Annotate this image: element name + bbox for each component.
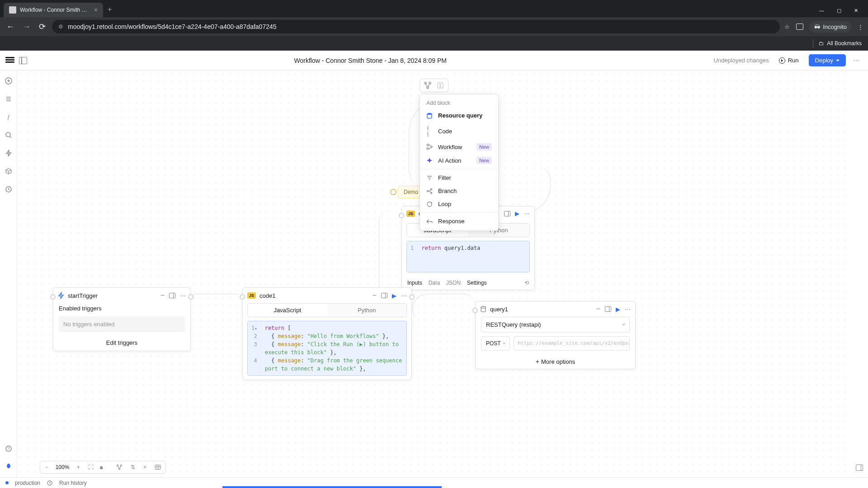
minimize-icon[interactable]: —: [813, 4, 830, 17]
history-icon[interactable]: [5, 185, 13, 193]
more-icon[interactable]: ⋯: [625, 306, 631, 313]
svg-point-10: [427, 113, 432, 115]
list-view-icon[interactable]: [436, 81, 444, 89]
app-logo[interactable]: [5, 57, 14, 64]
help-icon[interactable]: ?: [5, 445, 13, 453]
forward-icon[interactable]: →: [21, 20, 33, 33]
database-icon: [426, 113, 434, 119]
refresh-icon[interactable]: ⟲: [524, 280, 529, 286]
expand-icon[interactable]: [381, 293, 387, 298]
search-icon[interactable]: [5, 131, 13, 139]
fit-screen-icon[interactable]: ⛶: [86, 463, 95, 472]
bookmark-star-icon[interactable]: ☆: [784, 23, 790, 30]
input-port[interactable]: [399, 213, 404, 218]
collapse-icon[interactable]: −: [596, 305, 600, 313]
tab-python[interactable]: Python: [327, 304, 407, 317]
resource-selector[interactable]: RESTQuery (restapi): [481, 317, 630, 333]
input-port[interactable]: [50, 294, 56, 300]
node-name[interactable]: startTrigger: [68, 292, 98, 299]
more-options-button[interactable]: +More options: [476, 354, 635, 369]
deploy-button[interactable]: Deploy: [809, 54, 846, 66]
dd-resource-query[interactable]: Resource query: [420, 109, 498, 122]
triggers-label: Enabled triggers: [53, 303, 190, 314]
browser-menu-icon[interactable]: ⋮: [858, 23, 863, 30]
close-icon[interactable]: ×: [142, 463, 148, 472]
node-name[interactable]: query1: [490, 306, 508, 313]
collapse-icon[interactable]: −: [160, 291, 165, 300]
expand-icon[interactable]: [605, 306, 611, 312]
footer-tab-json[interactable]: JSON: [446, 280, 461, 286]
blocks-list-icon[interactable]: [5, 95, 13, 103]
dd-workflow[interactable]: Workflow New: [420, 140, 498, 154]
rocket-icon[interactable]: [5, 463, 13, 471]
run-history-link[interactable]: Run history: [59, 480, 87, 486]
reload-icon[interactable]: ⟳: [37, 20, 47, 33]
play-icon[interactable]: ▶: [392, 292, 396, 299]
zoom-in-icon[interactable]: +: [75, 463, 82, 472]
layout-icon[interactable]: [114, 463, 124, 472]
footer-tab-settings[interactable]: Settings: [467, 280, 486, 286]
svg-point-16: [431, 192, 432, 193]
more-icon[interactable]: ⋯: [401, 292, 407, 299]
header-more-icon[interactable]: ⋯: [850, 54, 863, 67]
right-panel-icon[interactable]: [856, 465, 863, 471]
package-icon[interactable]: [5, 167, 13, 175]
run-button[interactable]: Run: [774, 54, 804, 66]
more-icon[interactable]: ⋯: [180, 292, 186, 299]
tab-javascript[interactable]: JavaScript: [248, 304, 327, 317]
toggle-sidebar-icon[interactable]: [19, 57, 27, 64]
zoom-input[interactable]: [100, 465, 110, 470]
dd-response[interactable]: Response: [420, 215, 498, 228]
close-window-icon[interactable]: ✕: [848, 4, 864, 17]
graph-view-icon[interactable]: [424, 81, 432, 89]
start-trigger-node: startTrigger − ⋯ Enabled triggers No tri…: [53, 287, 191, 351]
dd-filter[interactable]: Filter: [420, 171, 498, 184]
browser-tab[interactable]: Workflow - Connor Smith Ston ×: [4, 3, 103, 17]
input-port[interactable]: [240, 294, 245, 300]
swap-icon[interactable]: ⇅: [129, 463, 137, 472]
input-port[interactable]: [472, 308, 478, 313]
more-icon[interactable]: ⋯: [524, 210, 530, 217]
new-tab-button[interactable]: +: [103, 2, 116, 17]
back-icon[interactable]: ←: [5, 20, 16, 33]
add-block-icon[interactable]: [5, 77, 13, 85]
expand-icon[interactable]: [504, 211, 510, 216]
maximize-icon[interactable]: ▢: [830, 4, 848, 17]
output-port[interactable]: [188, 294, 193, 300]
svg-point-15: [431, 188, 432, 190]
dd-branch[interactable]: Branch: [420, 184, 498, 197]
branch-icon: [426, 188, 434, 194]
all-bookmarks-link[interactable]: All Bookmarks: [827, 40, 862, 47]
edit-triggers-button[interactable]: Edit triggers: [53, 335, 190, 351]
close-tab-icon[interactable]: ×: [94, 6, 98, 14]
environment-label[interactable]: production: [15, 480, 40, 486]
play-icon[interactable]: ▶: [616, 306, 620, 313]
svg-rect-9: [441, 83, 443, 88]
footer-tab-data[interactable]: Data: [429, 280, 440, 286]
play-icon[interactable]: ▶: [515, 210, 519, 217]
footer-tab-inputs[interactable]: Inputs: [407, 280, 422, 286]
method-select[interactable]: POST: [481, 336, 510, 351]
svg-point-7: [427, 87, 429, 89]
url-input[interactable]: https://example_site.com/api/v2/endpoi: [514, 336, 630, 351]
dd-ai-action[interactable]: AI Action New: [420, 154, 498, 167]
url-text: moodjoy1.retool.com/workflows/5d4c1ce7-a…: [68, 23, 277, 30]
sparkle-icon: [426, 157, 434, 164]
expand-icon[interactable]: [169, 293, 175, 298]
node-name[interactable]: code1: [259, 292, 275, 299]
code-editor[interactable]: 1 return query1.data: [406, 241, 530, 272]
address-bar[interactable]: ⚙ moodjoy1.retool.com/workflows/5d4c1ce7…: [52, 20, 780, 33]
zoom-value: 100%: [54, 464, 71, 470]
grid-icon[interactable]: [153, 463, 163, 471]
dd-code[interactable]: { } Code: [420, 122, 498, 140]
panel-toggle-icon[interactable]: [796, 23, 803, 30]
code-editor[interactable]: 1▾ 2 3 4 return [ { message: "Hello from…: [247, 321, 407, 376]
function-icon[interactable]: f: [5, 113, 13, 121]
output-port[interactable]: [409, 294, 415, 300]
site-settings-icon[interactable]: ⚙: [58, 23, 63, 30]
dd-loop[interactable]: Loop: [420, 197, 498, 211]
zoom-out-icon[interactable]: −: [43, 463, 50, 472]
lightning-icon[interactable]: [5, 149, 13, 157]
collapse-icon[interactable]: −: [373, 291, 377, 300]
svg-point-21: [119, 469, 120, 470]
